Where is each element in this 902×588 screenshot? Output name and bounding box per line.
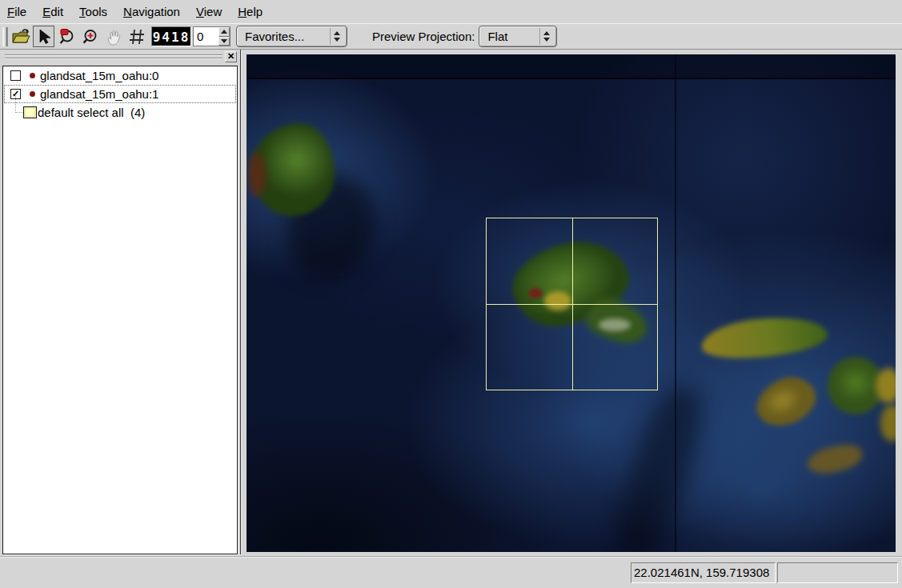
projection-dropdown[interactable]: Flat xyxy=(479,26,557,47)
panel-map-divider[interactable] xyxy=(240,50,242,554)
cursor-arrow-icon xyxy=(36,28,52,46)
layer-row-default-select-all[interactable]: default select all (4) xyxy=(4,103,236,122)
triangle-up-icon xyxy=(334,31,340,35)
ocean-dark-streak xyxy=(603,378,714,552)
island-edge-blob-2 xyxy=(880,405,896,442)
island-molokai xyxy=(700,312,829,363)
layer-row-oahu-0[interactable]: glandsat_15m_oahu:0 xyxy=(4,66,236,85)
scale-lcd-display: 9418 xyxy=(151,26,191,46)
favorites-dropdown-label: Favorites... xyxy=(245,30,328,43)
menu-navigation[interactable]: Navigation xyxy=(118,2,186,22)
menu-view[interactable]: View xyxy=(190,2,227,22)
projection-dropdown-value: Flat xyxy=(487,30,538,43)
status-bar: 22.021461N, 159.719308 xyxy=(0,556,902,588)
app-window: File Edit Tools Navigation View Help xyxy=(0,0,902,588)
grid-cell[interactable] xyxy=(572,218,658,304)
preview-projection-label: Preview Projection: xyxy=(372,30,475,43)
layer-panel-header: ✕ xyxy=(2,51,239,65)
triangle-down-icon xyxy=(221,39,227,43)
tree-branch-icon xyxy=(15,94,23,113)
layer-spinbox[interactable]: 0 xyxy=(193,26,231,46)
island-edge-blob-1 xyxy=(876,368,896,403)
open-file-button[interactable] xyxy=(10,26,31,47)
tile-selection-grid[interactable] xyxy=(486,218,658,390)
spinbox-value[interactable]: 0 xyxy=(194,27,218,46)
grip-line xyxy=(5,54,222,56)
dropdown-arrows-icon xyxy=(330,28,343,45)
layer-label: default select all (4) xyxy=(38,106,145,119)
spinbox-arrows xyxy=(218,27,230,46)
triangle-down-icon xyxy=(334,38,340,42)
spinbox-down-button[interactable] xyxy=(218,37,230,46)
zoom-in-tool-button[interactable] xyxy=(79,26,101,47)
layer-bullet-icon xyxy=(30,91,35,97)
grid-hash-icon xyxy=(127,27,146,46)
status-extra-field xyxy=(777,562,898,583)
layer-list-panel: glandsat_15m_oahu:0 ✓ glandsat_15m_oahu:… xyxy=(2,66,238,554)
magnifier-flag-icon xyxy=(58,27,77,46)
menu-edit[interactable]: Edit xyxy=(37,2,69,22)
hand-icon xyxy=(105,28,122,46)
map-latitude-band xyxy=(247,54,896,79)
zoom-region-tool-button[interactable] xyxy=(56,26,78,47)
toolbar-grip-line xyxy=(5,27,6,46)
dropdown-arrows-icon xyxy=(539,28,553,45)
grid-cell[interactable] xyxy=(487,218,572,304)
menu-bar: File Edit Tools Navigation View Help xyxy=(0,0,902,23)
folder-open-icon xyxy=(11,28,30,46)
panel-grip-handle[interactable] xyxy=(5,54,222,61)
grip-line xyxy=(5,58,222,59)
layer-label: glandsat_15m_oahu:1 xyxy=(40,87,158,101)
triangle-down-icon xyxy=(543,38,550,42)
layer-row-oahu-1[interactable]: ✓ glandsat_15m_oahu:1 xyxy=(4,85,236,103)
layer-label: glandsat_15m_oahu:0 xyxy=(40,69,158,82)
toolbar-grip-handle[interactable] xyxy=(2,27,8,46)
panel-close-button[interactable]: ✕ xyxy=(225,51,237,62)
triangle-up-icon xyxy=(221,30,227,34)
triangle-up-icon xyxy=(543,31,550,35)
grid-tool-button[interactable] xyxy=(126,26,147,47)
pan-tool-button[interactable] xyxy=(102,26,124,47)
island-kahoolawe xyxy=(804,441,864,478)
grid-cell[interactable] xyxy=(572,304,658,390)
color-swatch[interactable] xyxy=(23,106,37,118)
menu-file[interactable]: File xyxy=(2,2,32,22)
menu-help[interactable]: Help xyxy=(232,2,268,22)
map-viewport[interactable] xyxy=(247,54,896,552)
layer-checkbox[interactable] xyxy=(10,70,21,81)
grid-cell[interactable] xyxy=(487,304,572,390)
island-kauai-canyon xyxy=(248,152,266,197)
menu-tools[interactable]: Tools xyxy=(74,2,113,22)
spinbox-up-button[interactable] xyxy=(218,27,230,37)
favorites-dropdown[interactable]: Favorites... xyxy=(236,26,347,47)
magnifier-plus-icon xyxy=(81,27,100,46)
layer-bullet-icon xyxy=(30,73,35,78)
coordinate-readout: 22.021461N, 159.719308 xyxy=(631,562,776,583)
toolbar: 9418 0 Favorites... Preview Projection: … xyxy=(0,23,902,50)
select-tool-button[interactable] xyxy=(33,26,54,47)
island-west-maui xyxy=(749,369,823,434)
